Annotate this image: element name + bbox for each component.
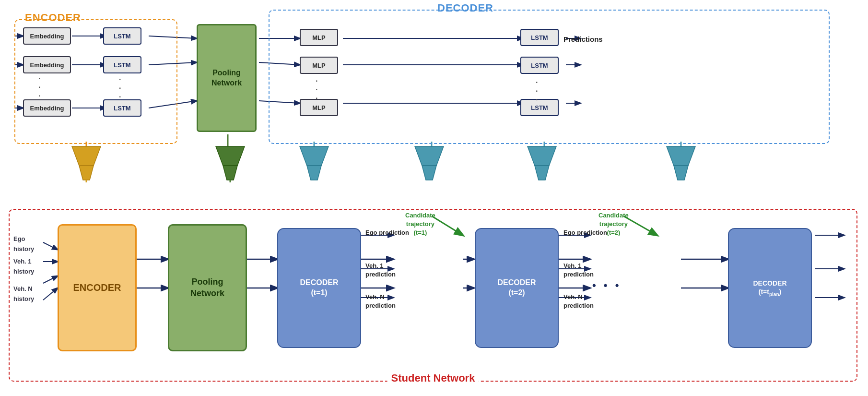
funnel-teal-2 [410, 144, 448, 182]
input-vehN-history: Veh. N history [13, 284, 34, 304]
encoder-large: ENCODER [58, 224, 137, 351]
svg-marker-52 [79, 166, 94, 180]
mlp-1: MLP [300, 29, 338, 46]
cand-traj-1: Candidate trajectory (t=1) [405, 211, 435, 238]
svg-marker-51 [72, 146, 101, 166]
svg-marker-63 [667, 146, 695, 166]
mlp-2: MLP [300, 57, 338, 74]
svg-marker-59 [415, 146, 444, 166]
svg-marker-64 [674, 166, 688, 180]
lstm-dec-1: LSTM [520, 29, 559, 46]
embedding-2: Embedding [23, 56, 71, 73]
encoder-top-label: ENCODER [25, 12, 81, 24]
decoder-tplan: DECODER (t=tplan) [728, 228, 812, 348]
svg-marker-60 [422, 166, 436, 180]
decoder-top-label: DECODER [437, 2, 493, 14]
pooling-large: Pooling Network [168, 224, 247, 351]
lstm-dec-3: LSTM [520, 99, 559, 116]
veh1-pred-1: Veh. 1 prediction [365, 262, 396, 279]
dots-embeddings: ··· [38, 74, 40, 100]
svg-marker-55 [223, 166, 237, 180]
funnel-teal-3 [523, 144, 561, 182]
lstm-dec-2: LSTM [520, 57, 559, 74]
funnel-teal-1 [295, 144, 333, 182]
dots-lstms-dec: ··· [536, 78, 538, 104]
funnel-orange [67, 144, 106, 182]
input-veh1-history: Veh. 1 history [13, 257, 34, 277]
pooling-network-top: Pooling Network [197, 24, 257, 132]
veh1-pred-2: Veh. 1 prediction [563, 262, 594, 279]
vehN-pred-2: Veh. N prediction [563, 293, 594, 310]
input-ego-history: Ego history [13, 234, 34, 254]
ego-pred-1: Ego prediction [365, 228, 409, 237]
funnel-green-dark [211, 144, 249, 182]
funnel-teal-4 [662, 144, 700, 182]
decoder-t1: DECODER (t=1) [277, 228, 361, 348]
diagram-container: ENCODER Embedding Embedding Embedding ··… [0, 0, 868, 396]
vehN-pred-1: Veh. N prediction [365, 293, 396, 310]
predictions-label: Predictions [563, 35, 603, 43]
svg-marker-58 [307, 166, 321, 180]
dots-mlp: ··· [316, 77, 317, 103]
svg-marker-54 [216, 146, 245, 166]
mlp-3: MLP [300, 99, 338, 116]
svg-marker-57 [300, 146, 328, 166]
svg-marker-61 [528, 146, 556, 166]
svg-marker-62 [535, 166, 549, 180]
cand-traj-2: Candidate trajectory (t=2) [598, 211, 629, 238]
dots-lstms: ··· [119, 75, 121, 101]
embedding-3: Embedding [23, 99, 71, 117]
lstm-enc-3: LSTM [103, 99, 141, 117]
lstm-enc-2: LSTM [103, 56, 141, 73]
dots-between-decoders: • • • [592, 279, 621, 292]
embedding-1: Embedding [23, 27, 71, 45]
decoder-t2: DECODER (t=2) [475, 228, 559, 348]
lstm-enc-1: LSTM [103, 27, 141, 45]
student-network-label: Student Network [387, 372, 479, 384]
